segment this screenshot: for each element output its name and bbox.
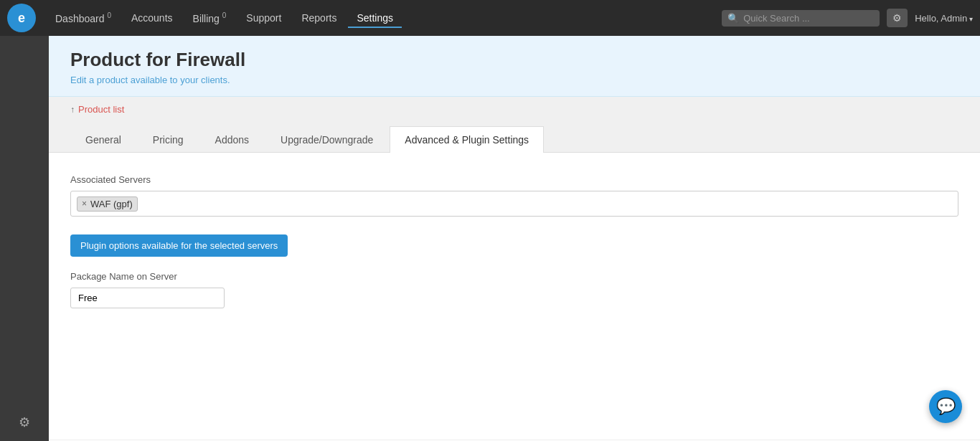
nav-links: Dashboard 0 Accounts Billing 0 Support R…: [47, 7, 722, 29]
user-greeting[interactable]: Hello, Admin: [915, 13, 973, 24]
package-name-section: Package Name on Server: [70, 271, 958, 308]
main-layout: ⚙ Product for Firewall Edit a product av…: [0, 36, 980, 441]
tab-addons[interactable]: Addons: [200, 126, 264, 153]
dashboard-badge: 0: [107, 11, 111, 19]
svg-text:e: e: [18, 11, 25, 25]
associated-servers-section: Associated Servers × WAF (gpf): [70, 174, 958, 217]
page-title: Product for Firewall: [70, 49, 958, 71]
page-header: Product for Firewall Edit a product avai…: [49, 36, 980, 97]
left-sidebar: ⚙: [0, 36, 49, 441]
tab-upgrade-downgrade[interactable]: Upgrade/Downgrade: [265, 126, 388, 153]
form-area: Associated Servers × WAF (gpf) Plugin op…: [49, 153, 980, 440]
associated-servers-label: Associated Servers: [70, 174, 958, 185]
nav-accounts[interactable]: Accounts: [123, 8, 182, 28]
waf-tag: × WAF (gpf): [77, 196, 138, 212]
breadcrumb-product-list-link[interactable]: Product list: [78, 104, 124, 115]
nav-right: 🔍 ⚙ Hello, Admin: [722, 9, 973, 27]
search-input[interactable]: [743, 13, 874, 24]
associated-servers-input[interactable]: × WAF (gpf): [70, 191, 958, 217]
tag-label: WAF (gpf): [90, 199, 133, 209]
search-box[interactable]: 🔍: [722, 10, 880, 27]
tabs-bar: General Pricing Addons Upgrade/Downgrade…: [49, 125, 980, 153]
package-name-input[interactable]: [70, 288, 225, 308]
plugin-options-banner: Plugin options available for the selecte…: [70, 234, 288, 257]
breadcrumb: ↑ Product list: [49, 97, 980, 122]
settings-gear-button[interactable]: ⚙: [887, 9, 908, 27]
main-content: Product for Firewall Edit a product avai…: [49, 36, 980, 441]
search-icon: 🔍: [727, 13, 739, 24]
nav-dashboard[interactable]: Dashboard 0: [47, 7, 120, 29]
billing-badge: 0: [222, 11, 227, 19]
nav-billing[interactable]: Billing 0: [184, 7, 235, 29]
nav-support[interactable]: Support: [237, 8, 290, 28]
package-name-label: Package Name on Server: [70, 271, 958, 282]
breadcrumb-arrow-icon: ↑: [70, 105, 75, 115]
tab-general[interactable]: General: [70, 126, 136, 153]
nav-settings[interactable]: Settings: [348, 8, 402, 28]
chat-icon: 💬: [936, 397, 956, 416]
page-subtitle: Edit a product available to your clients…: [70, 75, 958, 85]
sidebar-gear-icon[interactable]: ⚙: [19, 414, 30, 430]
app-logo[interactable]: e: [7, 4, 36, 32]
nav-reports[interactable]: Reports: [293, 8, 345, 28]
chat-bubble-button[interactable]: 💬: [929, 390, 962, 423]
tab-advanced-plugin-settings[interactable]: Advanced & Plugin Settings: [390, 126, 544, 153]
tab-pricing[interactable]: Pricing: [138, 126, 199, 153]
tag-remove-button[interactable]: ×: [82, 199, 87, 208]
top-navigation: e Dashboard 0 Accounts Billing 0 Support…: [0, 0, 980, 36]
